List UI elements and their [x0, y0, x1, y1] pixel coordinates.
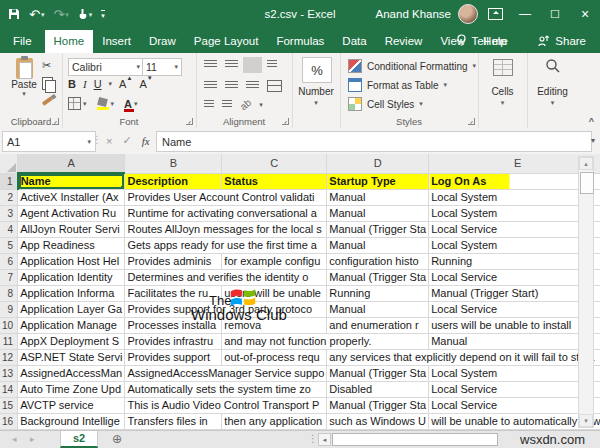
cell-A8[interactable]: Application Informa: [18, 285, 125, 301]
font-name-select[interactable]: Calibri▾: [68, 58, 144, 76]
cell-D15[interactable]: Manual (Trigger Sta: [327, 397, 429, 413]
cell-D3[interactable]: Manual: [327, 205, 429, 221]
cell-A14[interactable]: Auto Time Zone Upd: [18, 381, 125, 397]
fill-color-button[interactable]: ▾: [97, 97, 115, 110]
insert-function-icon[interactable]: fx: [142, 135, 150, 147]
borders-button[interactable]: ▾: [68, 97, 87, 110]
collapse-ribbon-button[interactable]: ^: [589, 116, 594, 126]
cell-E4[interactable]: Local Service: [429, 221, 600, 237]
wrap-text-icon[interactable]: [267, 60, 277, 70]
merge-center-icon[interactable]: [267, 80, 282, 92]
orientation-icon[interactable]: ab: [238, 97, 254, 113]
align-middle-icon[interactable]: [225, 60, 238, 70]
cell-E8[interactable]: Manual (Trigger Start): [429, 285, 600, 301]
cell-C16[interactable]: then any application: [222, 413, 327, 429]
row-header-3[interactable]: 3: [0, 205, 18, 221]
cell-D14[interactable]: Disabled: [327, 381, 429, 397]
scroll-left-icon[interactable]: ◂: [318, 433, 331, 446]
sheet-tab-s2[interactable]: s2: [60, 431, 98, 448]
user-name[interactable]: Anand Khanse: [376, 8, 451, 20]
cells-group[interactable]: Cells ▾: [478, 53, 528, 128]
cell-E9[interactable]: Local Service: [429, 301, 600, 317]
cell-D7[interactable]: Manual (Trigger Sta: [327, 269, 429, 285]
cell-E16[interactable]: will be unable to automatically dowr: [429, 413, 600, 429]
row-header-15[interactable]: 15: [0, 397, 18, 413]
cell-D9[interactable]: Manual: [327, 301, 429, 317]
cell-D16[interactable]: such as Windows U: [327, 413, 429, 429]
paste-button[interactable]: Paste ▾: [6, 58, 42, 98]
cell-A7[interactable]: Application Identity: [18, 269, 125, 285]
row-header-4[interactable]: 4: [0, 221, 18, 237]
grow-font-button[interactable]: A▲: [119, 78, 132, 90]
clipboard-dialog-launcher[interactable]: [52, 118, 59, 125]
align-center-icon[interactable]: [225, 81, 238, 91]
cell-B13[interactable]: AssignedAccessManager Service suppo: [125, 365, 327, 381]
row-header-1[interactable]: 1: [0, 173, 18, 189]
cell-A13[interactable]: AssignedAccessMan: [18, 365, 125, 381]
cell-A11[interactable]: AppX Deployment S: [18, 333, 125, 349]
tab-draw[interactable]: Draw: [140, 30, 185, 53]
cell-A3[interactable]: Agent Activation Ru: [18, 205, 125, 221]
tab-page-layout[interactable]: Page Layout: [185, 30, 268, 53]
row-header-13[interactable]: 13: [0, 365, 18, 381]
cell-E2[interactable]: Local System: [429, 189, 600, 205]
cell-E14[interactable]: Local Service: [429, 381, 600, 397]
row-header-12[interactable]: 12: [0, 349, 18, 365]
cell-A6[interactable]: Application Host Hel: [18, 253, 125, 269]
cell-E1[interactable]: Log On As: [429, 173, 600, 189]
sheet-nav-left-icon[interactable]: ◂: [12, 434, 17, 444]
redo-button[interactable]: ↷▾: [53, 8, 68, 21]
cell-B10[interactable]: Processes installa: [125, 317, 222, 333]
percent-style-button[interactable]: %: [302, 57, 332, 83]
tell-me-box[interactable]: Tell me: [452, 29, 512, 53]
cell-C1[interactable]: Status: [222, 173, 327, 189]
cell-B9[interactable]: Provides support for 3rd party protoco: [125, 301, 327, 317]
copy-icon[interactable]: [42, 77, 53, 90]
format-painter-icon[interactable]: [42, 96, 53, 106]
font-dialog-launcher[interactable]: [186, 118, 193, 125]
col-header-D[interactable]: D: [327, 154, 429, 173]
horizontal-scroll-thumb[interactable]: [332, 433, 498, 446]
alignment-dialog-launcher[interactable]: [282, 118, 289, 125]
row-header-11[interactable]: 11: [0, 333, 18, 349]
cell-A5[interactable]: App Readiness: [18, 237, 125, 253]
cell-D1[interactable]: Startup Type: [327, 173, 429, 189]
tab-home[interactable]: Home: [45, 30, 94, 53]
cell-E15[interactable]: Local Service: [429, 397, 600, 413]
share-button[interactable]: Share: [534, 30, 590, 53]
col-header-B[interactable]: B: [125, 154, 222, 173]
cell-B5[interactable]: Gets apps ready for use the first time a: [125, 237, 327, 253]
cell-D6[interactable]: configuration histo: [327, 253, 429, 269]
cell-B15[interactable]: This is Audio Video Control Transport P: [125, 397, 327, 413]
cell-E3[interactable]: Local System: [429, 205, 600, 221]
editing-group[interactable]: Editing ▾: [527, 53, 578, 128]
align-right-icon[interactable]: [246, 81, 259, 91]
undo-button[interactable]: ↶▾: [29, 8, 44, 21]
number-group[interactable]: % Number ▾: [292, 53, 341, 128]
cell-D10[interactable]: and enumeration r: [327, 317, 429, 333]
select-all-corner[interactable]: [0, 154, 18, 173]
cell-D8[interactable]: Running: [327, 285, 429, 301]
shrink-font-button[interactable]: A▼: [139, 78, 152, 90]
cell-D13[interactable]: Manual (Trigger Sta: [327, 365, 429, 381]
row-header-7[interactable]: 7: [0, 269, 18, 285]
cell-B11[interactable]: Provides infrastru: [125, 333, 222, 349]
cut-icon[interactable]: ✂: [42, 59, 53, 72]
row-header-8[interactable]: 8: [0, 285, 18, 301]
cell-A4[interactable]: AllJoyn Router Servi: [18, 221, 125, 237]
tab-scroll-splitter[interactable]: ⋮: [308, 433, 318, 444]
cell-C11[interactable]: and may not function properly.: [222, 333, 429, 349]
vertical-scrollbar[interactable]: ▴ ▾: [578, 156, 594, 428]
cell-D2[interactable]: Manual: [327, 189, 429, 205]
cell-A2[interactable]: ActiveX Installer (Ax: [18, 189, 125, 205]
align-left-icon[interactable]: [204, 81, 217, 91]
ribbon-display-options-button[interactable]: [480, 0, 510, 28]
cell-C10[interactable]: remova: [222, 317, 327, 333]
row-header-14[interactable]: 14: [0, 381, 18, 397]
cell-E10[interactable]: users will be unable to install: [429, 317, 600, 333]
cell-A15[interactable]: AVCTP service: [18, 397, 125, 413]
cell-B1[interactable]: Description: [125, 173, 222, 189]
formula-input[interactable]: Name: [156, 131, 592, 152]
cell-D4[interactable]: Manual (Trigger Sta: [327, 221, 429, 237]
cell-E13[interactable]: Local System: [429, 365, 600, 381]
